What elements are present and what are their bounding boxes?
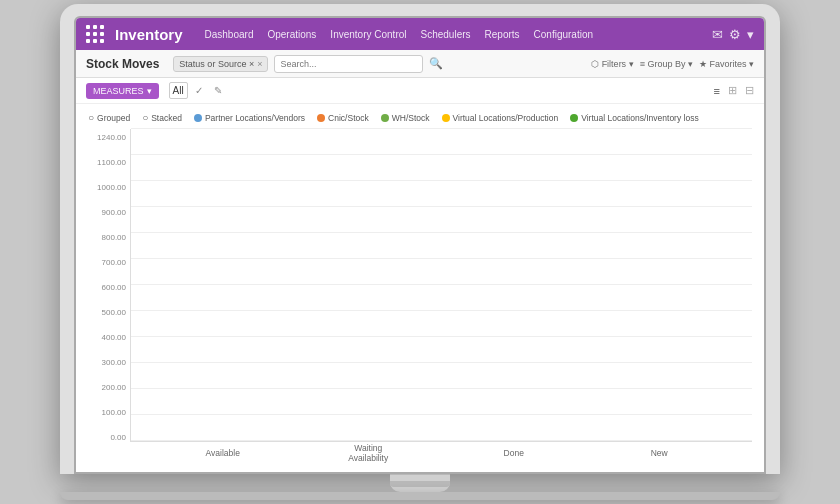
y-label-9: 300.00 — [88, 358, 130, 367]
legend-stacked: ○ Stacked — [142, 112, 182, 123]
legend-cnic-stock: Cnic/Stock — [317, 113, 369, 123]
y-label-4: 800.00 — [88, 233, 130, 242]
y-label-1: 1100.00 — [88, 158, 130, 167]
list-view-btn[interactable]: ≡ — [714, 85, 720, 97]
screen: Inventory Dashboard Operations Inventory… — [74, 16, 766, 474]
y-label-10: 200.00 — [88, 383, 130, 392]
card-view-btn[interactable]: ⊞ — [728, 84, 737, 97]
grid-and-bars — [130, 129, 752, 442]
apps-grid-icon[interactable] — [86, 25, 105, 44]
y-label-3: 900.00 — [88, 208, 130, 217]
chart-container: 1240.00 1100.00 1000.00 900.00 800.00 70… — [88, 129, 752, 464]
navbar: Inventory Dashboard Operations Inventory… — [76, 18, 764, 50]
legend-virtual-inventory-loss: Virtual Locations/Inventory loss — [570, 113, 699, 123]
favorites-control[interactable]: ★ Favorites ▾ — [699, 59, 754, 69]
nav-item-inventory-control[interactable]: Inventory Control — [324, 25, 412, 44]
y-label-7: 500.00 — [88, 308, 130, 317]
nav-item-dashboard[interactable]: Dashboard — [199, 25, 260, 44]
nav-menu: Dashboard Operations Inventory Control S… — [199, 25, 706, 44]
x-labels: AvailableWaiting AvailabilityDoneNew — [130, 442, 752, 464]
y-label-5: 700.00 — [88, 258, 130, 267]
filter-badge-text: Status or Source × — [179, 59, 254, 69]
right-controls: ≡ ⊞ ⊟ — [714, 84, 754, 97]
app-title: Inventory — [115, 26, 183, 43]
pivot-view-btn[interactable]: ⊟ — [745, 84, 754, 97]
y-label-0: 1240.00 — [88, 133, 130, 142]
laptop-base — [390, 474, 450, 492]
x-axis-label: Waiting Availability — [338, 443, 398, 463]
view-check-icon[interactable]: ✓ — [191, 82, 207, 99]
y-label-12: 0.00 — [88, 433, 130, 442]
y-label-6: 600.00 — [88, 283, 130, 292]
legend-wh-stock: WH/Stock — [381, 113, 430, 123]
y-axis: 1240.00 1100.00 1000.00 900.00 800.00 70… — [88, 129, 130, 464]
filter-badge[interactable]: Status or Source × × — [173, 56, 268, 72]
search-icon[interactable]: 🔍 — [429, 57, 443, 70]
nav-icons: ✉ ⚙ ▾ — [712, 27, 754, 42]
x-axis-label: Available — [193, 448, 253, 458]
chart-plot: AvailableWaiting AvailabilityDoneNew — [130, 129, 752, 464]
y-label-8: 400.00 — [88, 333, 130, 342]
laptop-screen-frame: Inventory Dashboard Operations Inventory… — [60, 4, 780, 474]
y-label-2: 1000.00 — [88, 183, 130, 192]
laptop-wrapper: Inventory Dashboard Operations Inventory… — [60, 4, 780, 500]
view-buttons: All ✓ ✎ — [169, 82, 226, 99]
view-edit-icon[interactable]: ✎ — [210, 82, 226, 99]
legend-grouped: ○ Grouped — [88, 112, 130, 123]
filters-control[interactable]: ⬡ Filters ▾ — [591, 59, 634, 69]
page-title: Stock Moves — [86, 57, 159, 71]
nav-item-schedulers[interactable]: Schedulers — [415, 25, 477, 44]
toolbar: Stock Moves Status or Source × × 🔍 ⬡ Fil… — [76, 50, 764, 78]
nav-item-configuration[interactable]: Configuration — [528, 25, 599, 44]
y-label-11: 100.00 — [88, 408, 130, 417]
close-filter-icon[interactable]: × — [257, 59, 262, 69]
view-all-btn[interactable]: All — [169, 82, 188, 99]
measures-button[interactable]: MEASURES ▾ — [86, 83, 159, 99]
chart-legend: ○ Grouped ○ Stacked Partner Locations/Ve… — [88, 112, 752, 123]
laptop-foot — [60, 492, 780, 500]
x-axis-label: New — [629, 448, 689, 458]
nav-item-operations[interactable]: Operations — [261, 25, 322, 44]
settings-icon[interactable]: ⚙ — [729, 27, 741, 42]
x-axis-label: Done — [484, 448, 544, 458]
envelope-icon[interactable]: ✉ — [712, 27, 723, 42]
legend-virtual-production: Virtual Locations/Production — [442, 113, 559, 123]
nav-item-reports[interactable]: Reports — [479, 25, 526, 44]
bars-container — [131, 129, 752, 441]
search-input[interactable] — [274, 55, 422, 73]
laptop-notch — [390, 481, 450, 487]
sub-toolbar: MEASURES ▾ All ✓ ✎ ≡ ⊞ ⊟ — [76, 78, 764, 104]
legend-partner-vendors: Partner Locations/Vendors — [194, 113, 305, 123]
user-icon[interactable]: ▾ — [747, 27, 754, 42]
chevron-down-icon: ▾ — [147, 86, 152, 96]
chart-area: ○ Grouped ○ Stacked Partner Locations/Ve… — [76, 104, 764, 472]
groupby-control[interactable]: ≡ Group By ▾ — [640, 59, 693, 69]
